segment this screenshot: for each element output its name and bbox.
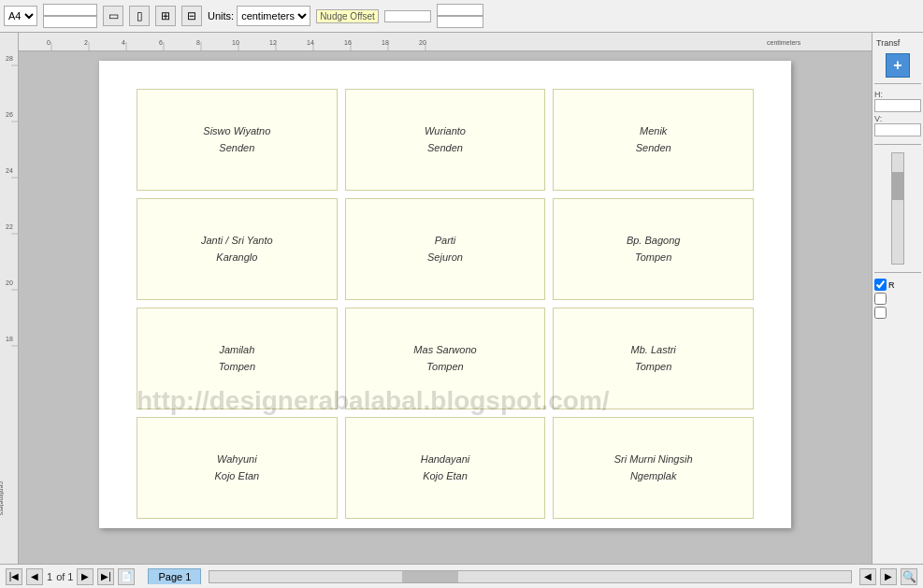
label-cell-2: Menik Senden: [553, 89, 754, 191]
height-input[interactable]: 29,7 cm: [43, 16, 97, 28]
width-input[interactable]: 21,0 cm: [43, 4, 97, 16]
page-current: 1: [47, 571, 52, 582]
svg-text:28: 28: [6, 55, 13, 62]
pos-x-input[interactable]: 0,5 cm: [437, 4, 483, 16]
svg-text:2: 2: [84, 39, 88, 46]
svg-text:20: 20: [6, 280, 13, 286]
step-group: 0,01 cm: [384, 10, 431, 22]
panel-v-input[interactable]: [874, 123, 921, 136]
label-cell-11: Sri Murni Ningsih Ngemplak: [553, 417, 754, 519]
label-cell-9: Wahyuni Kojo Etan: [137, 417, 338, 519]
page-of: of 1: [56, 571, 73, 582]
panel-checkbox-row-3: [874, 307, 921, 319]
zoom-button[interactable]: 🔍: [901, 568, 917, 585]
ruler-left-svg: 28 26 24 22 20 18 centimeters: [0, 33, 19, 556]
panel-scrollbar[interactable]: [891, 152, 904, 265]
svg-text:18: 18: [6, 336, 13, 342]
pos-y-input[interactable]: 0,5 cm: [437, 16, 483, 28]
nav-first-button[interactable]: |◀: [6, 568, 22, 585]
nav-next-button[interactable]: ▶: [77, 568, 94, 585]
svg-text:14: 14: [307, 39, 314, 46]
nudge-offset-label: Nudge Offset: [316, 9, 379, 23]
scroll-left-button[interactable]: ◀: [859, 568, 876, 585]
label-text-3: Janti / Sri Yanto Karanglo: [201, 233, 273, 265]
label-cell-3: Janti / Sri Yanto Karanglo: [137, 198, 338, 300]
ruler-left: 28 26 24 22 20 18 centimeters: [0, 33, 19, 564]
page-tab[interactable]: Page 1: [148, 568, 201, 584]
panel-checkbox-2[interactable]: [874, 293, 887, 305]
panel-divider-1: [874, 83, 921, 84]
units-select[interactable]: centimeters: [237, 6, 310, 26]
panel-divider-2: [874, 144, 921, 145]
label-grid: Siswo Wiyatno Senden Wurianto Senden Men…: [137, 89, 754, 519]
panel-h-input[interactable]: [874, 99, 921, 112]
ruler-top-svg: 0 2 4 6 8 10 12 14 16: [19, 33, 860, 50]
label-text-2: Menik Senden: [636, 123, 671, 156]
svg-text:18: 18: [382, 39, 389, 46]
panel-checkbox-3[interactable]: [874, 307, 887, 319]
paper-size-select[interactable]: A4: [4, 6, 37, 26]
horizontal-scrollbar[interactable]: [209, 570, 852, 583]
toolbar: A4 21,0 cm 29,7 cm ▭ ▯ ⊞ ⊟ Units: centim…: [0, 0, 923, 33]
panel-scrollbar-thumb: [892, 172, 903, 200]
portrait-icon[interactable]: ▭: [103, 6, 123, 26]
paper-size-group: A4: [4, 6, 37, 26]
nav-last-button[interactable]: ▶|: [97, 568, 114, 585]
svg-text:4: 4: [122, 39, 125, 46]
scroll-thumb: [402, 571, 458, 582]
label-text-7: Mas Sarwono Tompen: [413, 342, 476, 375]
add-page-button[interactable]: 📄: [118, 568, 135, 585]
label-text-4: Parti Sejuron: [427, 233, 463, 265]
landscape-icon[interactable]: ▯: [129, 6, 150, 26]
main-area: 28 26 24 22 20 18 centimeters 0 2: [0, 33, 923, 564]
label-cell-5: Bp. Bagong Tompen: [553, 198, 754, 300]
panel-checkbox-group: R: [874, 279, 921, 319]
label-text-11: Sri Murni Ningsih Ngemplak: [614, 452, 693, 484]
svg-text:10: 10: [232, 39, 239, 46]
svg-text:6: 6: [159, 39, 163, 46]
panel-checkbox-r[interactable]: [874, 279, 887, 291]
svg-text:0: 0: [47, 39, 50, 46]
step-input[interactable]: 0,01 cm: [384, 10, 431, 22]
right-panel: Transf + H: V: R: [872, 33, 923, 564]
ruler-top: 0 2 4 6 8 10 12 14 16: [19, 33, 872, 51]
panel-h-label: H:: [874, 90, 921, 99]
svg-text:20: 20: [419, 39, 426, 46]
label-text-8: Mb. Lastri Tompen: [631, 342, 676, 375]
status-bar: |◀ ◀ 1 of 1 ▶ ▶| 📄 Page 1 ◀ ▶ 🔍: [0, 564, 923, 588]
panel-pos-group: H: V:: [874, 90, 921, 138]
units-label: Units:: [208, 10, 234, 22]
units-group: Units: centimeters: [208, 6, 310, 26]
panel-add-button[interactable]: +: [886, 53, 910, 78]
label-text-9: Wahyuni Kojo Etan: [214, 452, 259, 484]
svg-text:12: 12: [269, 39, 277, 46]
canvas-area[interactable]: http://designerabalabal.blogspot.com/ Si…: [19, 51, 872, 564]
svg-text:centimeters: centimeters: [0, 481, 5, 516]
watermark-text: http://designerabalabal.blogspot.com/: [137, 386, 791, 416]
panel-checkbox-row-2: [874, 293, 921, 305]
svg-text:8: 8: [196, 39, 200, 46]
svg-text:centimeters: centimeters: [767, 39, 801, 46]
label-text-0: Siswo Wiyatno Senden: [203, 123, 270, 156]
label-text-10: Handayani Kojo Etan: [421, 452, 470, 484]
svg-text:22: 22: [6, 223, 13, 230]
label-text-1: Wurianto Senden: [425, 123, 466, 156]
grid2-icon[interactable]: ⊟: [181, 6, 202, 26]
document-page: http://designerabalabal.blogspot.com/ Si…: [99, 61, 791, 528]
nav-prev-button[interactable]: ◀: [26, 568, 43, 585]
panel-checkbox-row-1: R: [874, 279, 921, 291]
pos-group: 0,5 cm 0,5 cm: [437, 4, 483, 28]
panel-title: Transf: [874, 36, 921, 50]
panel-divider-3: [874, 272, 921, 273]
label-text-6: Jamilah Tompen: [219, 342, 255, 375]
grid-icon[interactable]: ⊞: [155, 6, 176, 26]
content-area: 0 2 4 6 8 10 12 14 16: [19, 33, 872, 564]
svg-text:16: 16: [344, 39, 352, 46]
label-text-5: Bp. Bagong Tompen: [627, 233, 681, 265]
label-cell-10: Handayani Kojo Etan: [345, 417, 546, 519]
svg-text:26: 26: [6, 111, 13, 118]
label-cell-1: Wurianto Senden: [345, 89, 546, 191]
panel-v-label: V:: [874, 114, 921, 123]
scroll-right-button[interactable]: ▶: [880, 568, 897, 585]
label-cell-0: Siswo Wiyatno Senden: [137, 89, 338, 191]
